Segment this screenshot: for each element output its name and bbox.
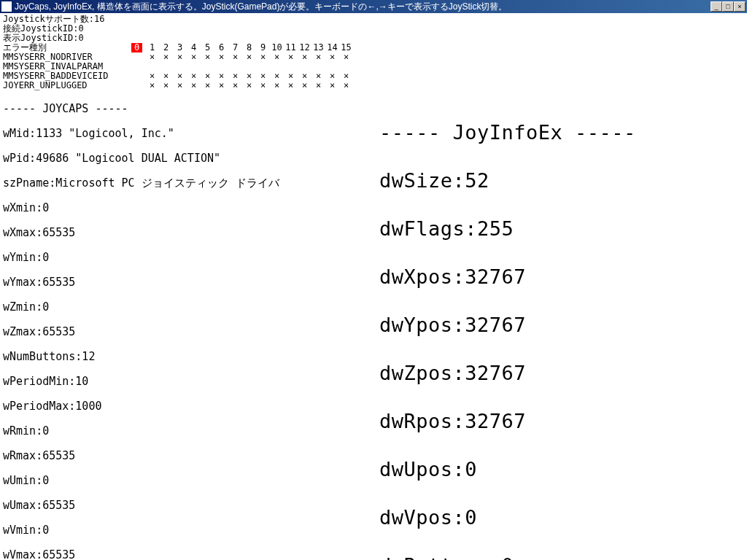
error-row: MMSYSERR_NODRIVER××××××××××××××× [3,52,747,62]
error-row: JOYERR_UNPLUGGED××××××××××××××× [3,81,747,90]
joyinfoex-dwXpos: dwXpos:32767 [379,265,636,289]
error-mark: × [214,81,228,90]
error-mark: × [270,52,284,62]
joystick-support-count: Joystickサポート数:16 [3,15,744,24]
error-mark: × [284,81,298,90]
error-mark: × [173,81,187,90]
error-mark: × [173,52,187,62]
joyinfoex-dwVpos: dwVpos:0 [379,505,636,529]
client-area: Joystickサポート数:16 接続JoystickID:0 表示Joysti… [0,13,747,560]
window-buttons: _ □ × [711,1,746,12]
error-mark: × [256,81,270,90]
close-button[interactable]: × [734,1,746,12]
maximize-button[interactable]: □ [722,1,734,12]
error-mark: × [339,81,353,90]
error-mark: × [311,81,325,90]
error-mark: × [201,52,214,62]
joyinfoex-dwUpos: dwUpos:0 [379,457,636,481]
joyinfoex-dwZpos: dwZpos:32767 [379,361,636,385]
joyinfoex-dwFlags: dwFlags:255 [379,217,636,241]
joyinfoex-heading: ----- JoyInfoEx ----- [379,120,636,144]
error-row: MMSYSERR_BADDEVICEID××××××××××××××× [3,71,747,81]
error-mark: × [145,81,159,90]
error-mark: × [187,52,201,62]
error-mark: × [201,81,214,90]
error-mark: × [228,52,242,62]
error-mark: × [145,52,159,62]
error-mark: × [256,52,270,62]
error-table: エラー種別0123456789101112131415 MMSYSERR_NOD… [0,43,747,90]
joyinfoex-dwButtons: dwButtons:0 [379,553,636,560]
error-mark: × [339,52,353,62]
error-mark: × [284,52,298,62]
error-mark: × [242,81,256,90]
error-mark: × [325,81,339,90]
error-mark: × [311,52,325,62]
minimize-button[interactable]: _ [711,1,722,12]
error-mark: × [187,81,201,90]
error-mark: × [159,81,173,90]
error-mark: × [325,52,339,62]
window-titlebar: JoyCaps, JoyInfoEx, 構造体を画面に表示する。JoyStick… [0,0,747,13]
error-mark: × [228,81,242,90]
display-joystick-id: 表示JoystickID:0 [3,34,744,43]
error-col-header: 0 [131,43,142,52]
error-row-label: JOYERR_UNPLUGGED [3,81,131,90]
joyinfoex-block: ----- JoyInfoEx ----- dwSize:52 dwFlags:… [379,96,636,560]
connected-joystick-id: 接続JoystickID:0 [3,24,744,34]
window-title: JoyCaps, JoyInfoEx, 構造体を画面に表示する。JoyStick… [15,1,711,13]
error-header-row: エラー種別0123456789101112131415 [3,43,747,52]
error-row: MMSYSERR_INVALPARAM [3,62,747,71]
app-icon [1,1,12,12]
error-mark: × [159,52,173,62]
error-mark: × [298,52,311,62]
joyinfoex-dwYpos: dwYpos:32767 [379,313,636,337]
joyinfoex-dwSize: dwSize:52 [379,168,636,192]
joyinfoex-dwRpos: dwRpos:32767 [379,409,636,433]
error-mark: × [270,81,284,90]
top-info: Joystickサポート数:16 接続JoystickID:0 表示Joysti… [0,13,747,43]
error-mark: × [298,81,311,90]
error-mark: × [214,52,228,62]
error-mark: × [242,52,256,62]
